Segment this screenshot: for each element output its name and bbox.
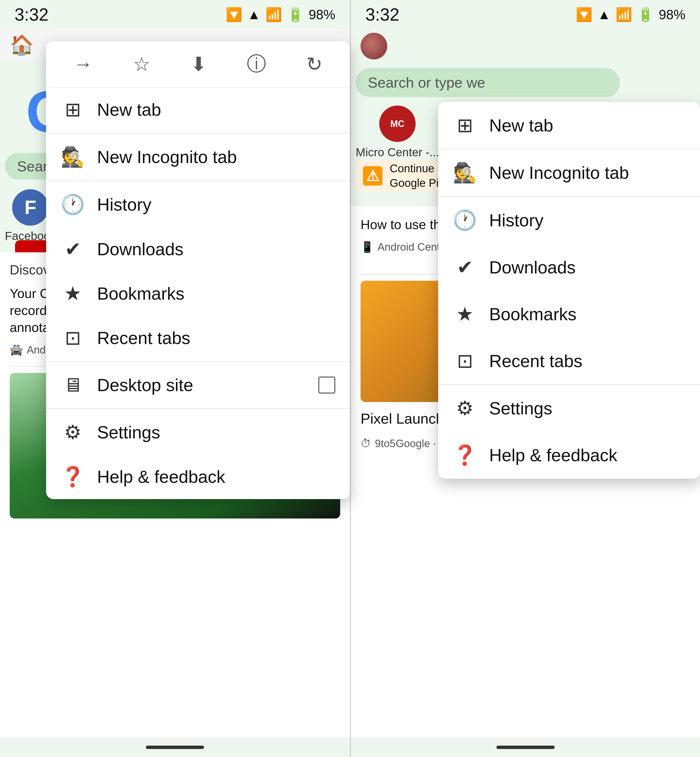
left-bottom-bar — [0, 738, 350, 757]
signal-icon: 📶 — [266, 7, 282, 23]
right-menu-help[interactable]: ❓ Help & feedback — [438, 432, 700, 479]
right-history-label: History — [489, 210, 544, 230]
microcenter-label: Micro Center -... — [356, 145, 439, 159]
left-menu-history[interactable]: 🕐 History — [46, 182, 350, 227]
right-status-bar: 3:32 🔽 ▲ 📶 🔋 98% — [351, 0, 700, 29]
right-menu-downloads[interactable]: ✔ Downloads — [438, 244, 700, 291]
left-menu-downloads[interactable]: ✔ Downloads — [46, 227, 350, 271]
left-divider-newtab — [46, 133, 350, 133]
bookmarks-label: Bookmarks — [97, 284, 184, 304]
download-notification-icon: 🔽 — [226, 7, 242, 23]
right-phone-panel: 3:32 🔽 ▲ 📶 🔋 98% Search or type we MC Mi… — [350, 0, 700, 757]
battery-icon: 🔋 — [287, 7, 304, 23]
right-menu-bookmarks[interactable]: ★ Bookmarks — [438, 291, 700, 337]
android-police-icon: 🚔 — [10, 343, 23, 356]
settings-icon: ⚙ — [61, 421, 85, 443]
home-icon[interactable]: 🏠 — [10, 33, 34, 56]
right-signal-icon: 📶 — [616, 7, 632, 23]
right-incognito-icon: 🕵 — [453, 161, 477, 184]
right-downloads-icon: ✔ — [453, 256, 477, 279]
download-icon[interactable]: ⬇ — [191, 53, 207, 75]
left-menu-desktop-site[interactable]: 🖥 Desktop site — [46, 363, 350, 407]
left-menu-settings[interactable]: ⚙ Settings — [46, 410, 350, 454]
right-settings-label: Settings — [489, 398, 552, 418]
right-new-tab-icon: ⊞ — [453, 114, 477, 137]
warning-icon: ⚠ — [363, 166, 383, 186]
right-battery-icon: 🔋 — [637, 7, 654, 23]
avatar-image — [361, 33, 387, 59]
left-menu-new-tab[interactable]: ⊞ New tab — [46, 87, 350, 132]
right-downloads-label: Downloads — [489, 258, 575, 277]
desktop-icon: 🖥 — [61, 374, 85, 396]
left-menu-toolbar: → ☆ ⬇ ⓘ ↻ — [46, 41, 350, 87]
left-status-icons: 🔽 ▲ 📶 🔋 98% — [226, 7, 335, 23]
left-divider-recent — [46, 361, 350, 362]
right-bottom-bar — [351, 738, 700, 757]
android-central-icon: 📱 — [361, 241, 374, 253]
left-dropdown-menu: → ☆ ⬇ ⓘ ↻ ⊞ New tab 🕵 New Incognito tab … — [46, 41, 350, 499]
right-page: Search or type we MC Micro Center -... 📡… — [351, 63, 700, 738]
right-history-icon: 🕐 — [453, 209, 477, 232]
left-menu-help[interactable]: ❓ Help & feedback — [46, 454, 350, 499]
right-help-icon: ❓ — [453, 444, 477, 467]
desktop-label: Desktop site — [97, 375, 193, 395]
history-icon: 🕐 — [61, 193, 85, 216]
info-icon[interactable]: ⓘ — [247, 51, 266, 77]
history-label: History — [97, 195, 152, 214]
battery-percent: 98% — [309, 7, 335, 22]
incognito-icon: 🕵 — [61, 145, 85, 169]
desktop-checkbox[interactable] — [318, 376, 335, 393]
downloads-label: Downloads — [97, 239, 183, 259]
right-settings-icon: ⚙ — [453, 397, 477, 420]
left-menu-incognito[interactable]: 🕵 New Incognito tab — [46, 135, 350, 179]
right-bookmarks-label: Bookmarks — [489, 304, 577, 324]
bookmarks-icon: ★ — [61, 282, 85, 305]
left-home-pill — [146, 746, 204, 749]
help-label: Help & feedback — [97, 467, 225, 487]
right-status-icons: 🔽 ▲ 📶 🔋 98% — [576, 7, 686, 23]
downloads-icon: ✔ — [61, 238, 85, 260]
left-status-time: 3:32 — [14, 5, 48, 25]
left-menu-bookmarks[interactable]: ★ Bookmarks — [46, 271, 350, 316]
right-recent-tabs-label: Recent tabs — [489, 351, 582, 371]
right-search-text: Search or type we — [368, 74, 485, 91]
left-status-bar: 3:32 🔽 ▲ 📶 🔋 98% — [0, 0, 350, 29]
wifi-icon: ▲ — [247, 7, 260, 22]
right-wifi-icon: ▲ — [597, 7, 611, 22]
refresh-icon[interactable]: ↻ — [306, 53, 322, 75]
settings-label: Settings — [97, 422, 160, 442]
right-menu-new-tab[interactable]: ⊞ New tab — [438, 102, 700, 149]
right-menu-incognito[interactable]: 🕵 New Incognito tab — [438, 149, 700, 196]
left-divider-desktop — [46, 408, 350, 409]
incognito-label: New Incognito tab — [97, 147, 237, 167]
right-menu-recent-tabs[interactable]: ⊡ Recent tabs — [438, 337, 700, 384]
right-incognito-label: New Incognito tab — [489, 163, 629, 183]
right-battery-percent: 98% — [659, 7, 686, 22]
user-avatar[interactable] — [361, 33, 387, 59]
star-icon[interactable]: ☆ — [133, 53, 150, 75]
help-icon: ❓ — [61, 465, 85, 488]
new-tab-label: New tab — [97, 100, 161, 120]
microcenter-icon: MC — [379, 106, 416, 142]
right-dropdown-menu: ⊞ New tab 🕵 New Incognito tab 🕐 History … — [438, 102, 700, 479]
right-recent-tabs-icon: ⊡ — [453, 350, 477, 372]
right-download-icon: 🔽 — [576, 7, 592, 23]
right-search-bar[interactable]: Search or type we — [356, 68, 620, 97]
right-browser-chrome — [351, 29, 700, 63]
left-divider-incognito — [46, 181, 350, 181]
left-menu-recent-tabs[interactable]: ⊡ Recent tabs — [46, 316, 350, 360]
facebook-icon: F — [12, 189, 48, 226]
shortcut-microcenter[interactable]: MC Micro Center -... — [356, 106, 439, 159]
right-home-pill — [497, 746, 555, 749]
9to5-icon: ⏱ — [361, 437, 371, 450]
recent-tabs-label: Recent tabs — [97, 328, 190, 348]
recent-tabs-icon: ⊡ — [61, 326, 85, 349]
right-menu-settings[interactable]: ⚙ Settings — [438, 385, 700, 432]
pixel-source: ⏱ 9to5Google · 3d — [361, 437, 451, 450]
forward-icon[interactable]: → — [73, 53, 93, 75]
left-phone-panel: 3:32 🔽 ▲ 📶 🔋 98% 🏠 G Search or type web … — [0, 0, 350, 757]
right-status-time: 3:32 — [366, 5, 399, 25]
right-bookmarks-icon: ★ — [453, 303, 477, 325]
right-menu-history[interactable]: 🕐 History — [438, 197, 700, 244]
right-help-label: Help & feedback — [489, 445, 617, 465]
